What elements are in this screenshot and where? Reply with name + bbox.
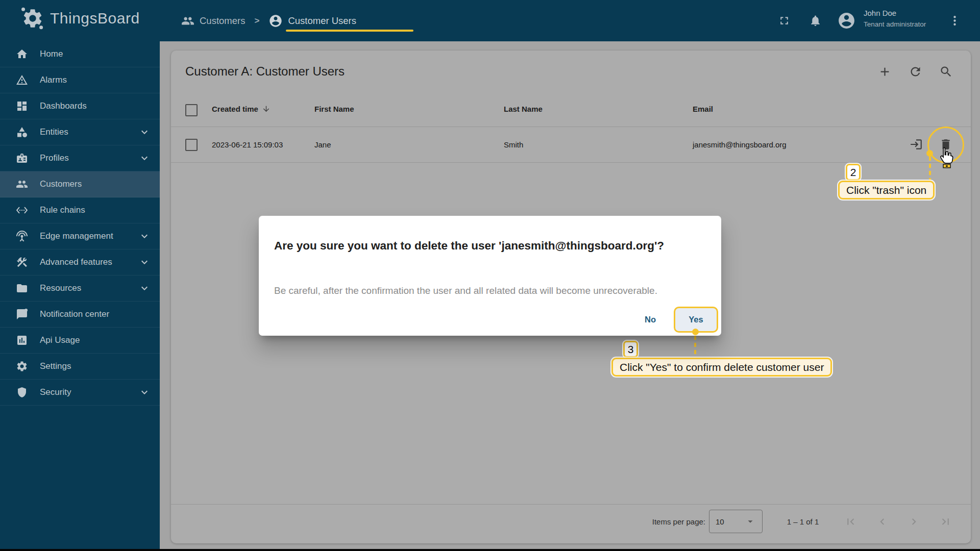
cell-created-time: 2023-06-21 15:09:03 [212, 140, 283, 149]
user-role: Tenant administrator [864, 20, 945, 28]
sidebar-item-home[interactable]: Home [0, 41, 160, 67]
people-icon [16, 178, 28, 190]
pagination-range: 1 – 1 of 1 [767, 517, 839, 526]
prev-page-icon[interactable] [876, 515, 889, 528]
mouse-cursor-pointer-icon [937, 146, 955, 169]
column-header-email[interactable]: Email [693, 105, 713, 113]
sidebar-item-dashboards[interactable]: Dashboards [0, 93, 160, 119]
notifications-bell-icon[interactable] [809, 14, 822, 27]
sidebar: Home Alarms Dashboards Entities Profiles… [0, 41, 160, 549]
sidebar-item-security[interactable]: Security [0, 380, 160, 406]
app-logo-text: ThingsBoard [50, 10, 140, 27]
chevron-down-icon [138, 152, 151, 164]
breadcrumb-separator: > [254, 16, 259, 26]
user-avatar[interactable] [837, 11, 856, 30]
page-size-select[interactable]: 10 [709, 510, 763, 533]
sidebar-item-advanced-features[interactable]: Advanced features [0, 249, 160, 276]
add-icon[interactable] [878, 65, 892, 79]
account-circle-icon [268, 14, 283, 28]
breadcrumb-customer-users[interactable]: Customer Users [268, 14, 356, 28]
home-icon [16, 48, 28, 60]
sidebar-item-rule-chains[interactable]: Rule chains [0, 197, 160, 223]
sort-desc-arrow-icon [262, 105, 271, 113]
cell-email: janesmith@thingsboard.org [693, 140, 787, 149]
app-logo[interactable]: ThingsBoard [20, 6, 140, 31]
tools-icon [16, 256, 28, 268]
cell-last-name: Smith [504, 140, 523, 149]
sidebar-item-settings[interactable]: Settings [0, 354, 160, 380]
table-row-divider [171, 162, 971, 163]
column-header-first-name[interactable]: First Name [314, 105, 354, 113]
chevron-down-icon [138, 386, 151, 398]
antenna-icon [16, 230, 28, 242]
top-bar: ThingsBoard Customers > Customer Users J… [0, 0, 980, 41]
tutorial-underline-highlight [286, 30, 413, 32]
column-header-created-time[interactable]: Created time [212, 105, 271, 113]
card-toolbar [878, 65, 953, 79]
user-menu[interactable]: John Doe Tenant administrator [864, 9, 945, 28]
dialog-message: Be careful, after the confirmation the u… [274, 285, 657, 296]
shield-icon [16, 386, 28, 398]
items-per-page-label: Items per page: [636, 517, 705, 526]
tutorial-step-2-badge: 2 [846, 164, 861, 181]
sidebar-item-customers[interactable]: Customers [0, 171, 160, 197]
pager-controls [844, 515, 952, 528]
kebab-menu-icon[interactable] [948, 14, 961, 27]
chevron-down-icon [138, 282, 151, 294]
yes-button[interactable]: Yes [689, 315, 703, 324]
login-as-user-icon[interactable] [910, 138, 923, 151]
chevron-down-icon [138, 126, 151, 138]
badge-icon [16, 152, 28, 164]
category-icon [16, 126, 28, 138]
tutorial-step-2-label: Click "trash" icon [838, 181, 935, 199]
dialog-title: Are you sure you want to delete the user… [274, 239, 664, 253]
row-checkbox[interactable] [185, 139, 198, 151]
refresh-icon[interactable] [909, 65, 922, 79]
thingsboard-screen: ThingsBoard Customers > Customer Users J… [0, 0, 980, 551]
sidebar-item-alarms[interactable]: Alarms [0, 67, 160, 93]
sidebar-item-edge-management[interactable]: Edge management [0, 223, 160, 249]
fullscreen-icon[interactable] [778, 14, 791, 27]
page-size-value: 10 [716, 517, 724, 526]
gear-icon [16, 360, 28, 372]
confirm-delete-dialog: Are you sure you want to delete the user… [259, 216, 721, 336]
first-page-icon[interactable] [844, 515, 857, 528]
no-button[interactable]: No [635, 313, 666, 325]
warning-icon [16, 74, 28, 86]
last-page-icon[interactable] [939, 515, 952, 528]
pagination-divider [171, 504, 971, 505]
tutorial-dot-2 [926, 150, 933, 157]
dashboard-icon [16, 100, 28, 112]
search-icon[interactable] [939, 65, 953, 79]
next-page-icon[interactable] [908, 515, 920, 528]
user-name: John Doe [864, 9, 945, 17]
select-all-checkbox[interactable] [185, 104, 198, 116]
sidebar-item-profiles[interactable]: Profiles [0, 145, 160, 171]
tutorial-dashed-line-3 [694, 336, 696, 358]
breadcrumb-customers[interactable]: Customers [181, 14, 245, 28]
chevron-down-icon [138, 230, 151, 242]
thingsboard-logo-icon [20, 6, 45, 31]
breadcrumb: Customers > Customer Users [181, 0, 356, 41]
tutorial-step-3-badge: 3 [623, 341, 638, 358]
window-bottom-edge [0, 549, 980, 551]
sidebar-item-entities[interactable]: Entities [0, 119, 160, 145]
sidebar-item-resources[interactable]: Resources [0, 276, 160, 302]
table-header-divider [171, 127, 971, 127]
message-icon [16, 308, 28, 320]
dropdown-arrow-icon [745, 516, 756, 527]
sidebar-item-api-usage[interactable]: Api Usage [0, 328, 160, 354]
people-icon [181, 14, 194, 28]
ethernet-icon [16, 204, 28, 216]
tutorial-step-3-label: Click "Yes" to confirm delete customer u… [611, 358, 832, 377]
chart-icon [16, 334, 28, 346]
page-title: Customer A: Customer Users [185, 64, 345, 79]
tutorial-dashed-line-2 [929, 157, 931, 180]
chevron-down-icon [138, 256, 151, 268]
sidebar-item-notification-center[interactable]: Notification center [0, 302, 160, 328]
column-header-last-name[interactable]: Last Name [504, 105, 543, 113]
folder-icon [16, 282, 28, 294]
cell-first-name: Jane [314, 140, 331, 149]
tutorial-dot-3 [692, 329, 699, 335]
